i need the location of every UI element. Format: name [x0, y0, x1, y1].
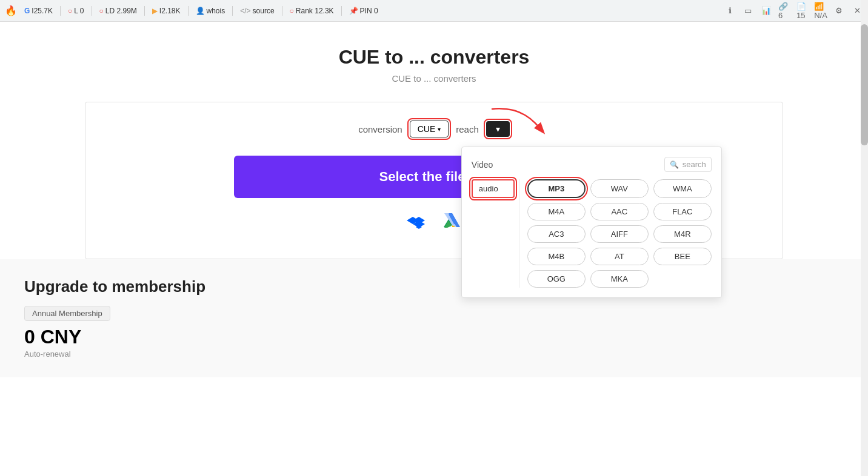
l-icon: ○	[68, 7, 72, 15]
format-ac3[interactable]: AC3	[527, 225, 586, 243]
format-wma[interactable]: WMA	[653, 179, 712, 198]
sep4	[188, 6, 189, 16]
stat-pin: 📌 PIN 0	[349, 7, 378, 15]
conversion-row: conversion CUE ▾ reach ▾	[110, 121, 758, 137]
sep5	[232, 6, 233, 16]
format-at[interactable]: AT	[590, 248, 649, 265]
format-m4r[interactable]: M4R	[653, 225, 712, 243]
gear-icon[interactable]: ⚙	[833, 5, 845, 17]
format-wav[interactable]: WAV	[590, 179, 649, 198]
price-value: 0 CNY	[24, 326, 81, 348]
format-aac[interactable]: AAC	[590, 203, 649, 220]
stat-source-value: source	[253, 7, 275, 15]
format-dropdown-panel: Video 🔍 search audio MP3	[461, 147, 722, 298]
upgrade-section: Upgrade to membership Annual Membership …	[0, 259, 868, 377]
stat-ld: ○ LD 2.99M	[99, 7, 137, 15]
format-mka[interactable]: MKA	[590, 270, 649, 288]
rank-icon: ○	[290, 7, 294, 15]
target-format-button[interactable]: ▾	[486, 121, 510, 137]
sep2	[92, 6, 92, 16]
category-sidebar: audio	[472, 179, 520, 288]
page-subtitle: CUE to ... converters	[0, 73, 868, 84]
conversion-label: conversion	[358, 124, 402, 134]
category-audio[interactable]: audio	[472, 179, 515, 198]
browser-logo: 🔥	[5, 5, 17, 16]
stat-pin-value: PIN 0	[360, 7, 378, 15]
stat-b-value: I2.18K	[159, 7, 181, 15]
tablet-icon[interactable]: ▭	[742, 5, 754, 17]
page-title: CUE to ... converters	[0, 46, 868, 68]
dropdown-body: audio MP3 WAV WMA M4A AAC FLAC AC3 AIFF	[472, 179, 712, 288]
stat-ld-value: LD 2.99M	[105, 7, 137, 15]
stat-l-value: L 0	[74, 7, 84, 15]
reach-label: reach	[456, 124, 479, 134]
membership-badge: Annual Membership	[24, 306, 110, 321]
format-ogg[interactable]: OGG	[527, 270, 586, 288]
info-icon[interactable]: ℹ	[724, 5, 736, 17]
format-m4b[interactable]: M4B	[527, 248, 586, 265]
formats-grid: MP3 WAV WMA M4A AAC FLAC AC3 AIFF M4R M4…	[520, 179, 712, 288]
stat-whois: 👤 whois	[196, 7, 225, 15]
g-icon: G	[24, 7, 30, 15]
stat-g: G I25.7K	[24, 7, 53, 15]
format-search-box[interactable]: 🔍 search	[664, 157, 712, 172]
person-icon: 👤	[196, 7, 205, 15]
ld-icon: ○	[99, 7, 104, 15]
format-bee[interactable]: BEE	[653, 248, 712, 265]
stat-rank-value: Rank 12.3K	[296, 7, 334, 15]
b-icon: ▶	[152, 7, 158, 15]
browser-toolbar: 🔥 G I25.7K ○ L 0 ○ LD 2.99M ▶ I2.18K 👤 w…	[0, 0, 868, 22]
format-mp3[interactable]: MP3	[527, 179, 586, 198]
format-m4a[interactable]: M4A	[527, 203, 586, 220]
stat-b: ▶ I2.18K	[152, 7, 181, 15]
sep3	[144, 6, 145, 16]
dropdown-header: Video 🔍 search	[472, 157, 712, 172]
format-aiff[interactable]: AIFF	[590, 225, 649, 243]
code-icon: </>	[240, 7, 250, 15]
stat-rank: ○ Rank 12.3K	[290, 7, 334, 15]
main-content: CUE to ... converters CUE to ... convert…	[0, 22, 868, 476]
stat-source: </> source	[240, 7, 274, 15]
target-format-container: ▾ Video 🔍	[486, 121, 510, 137]
stat-whois-value: whois	[207, 7, 225, 15]
sep7	[341, 6, 342, 16]
converter-card: conversion CUE ▾ reach ▾	[85, 102, 783, 259]
pages-icon[interactable]: 📄 15	[796, 5, 809, 17]
wifi-icon[interactable]: 📶 N/A	[815, 5, 827, 17]
from-format-label: CUE	[418, 124, 436, 134]
price-row: 0 CNY	[24, 326, 844, 348]
scrollbar[interactable]	[861, 0, 868, 476]
format-flac[interactable]: FLAC	[653, 203, 712, 220]
stat-l: ○ L 0	[68, 7, 84, 15]
dropbox-icon[interactable]	[404, 210, 428, 234]
cue-caret-icon: ▾	[438, 126, 441, 133]
video-category-label: Video	[472, 160, 493, 170]
sep1	[60, 6, 61, 16]
toolbar-right: ℹ ▭ 📊 🔗 6 📄 15 📶 N/A ⚙ ✕	[724, 5, 863, 17]
search-icon: 🔍	[670, 160, 679, 169]
links-icon[interactable]: 🔗 6	[778, 5, 790, 17]
target-format-caret: ▾	[496, 124, 500, 134]
search-placeholder: search	[683, 160, 706, 169]
chart-icon[interactable]: 📊	[760, 5, 772, 17]
sep6	[282, 6, 282, 16]
auto-renewal: Auto-renewal	[24, 349, 71, 359]
stat-g-value: I25.7K	[32, 7, 53, 15]
pin-icon: 📌	[349, 7, 358, 15]
from-format-button[interactable]: CUE ▾	[410, 121, 449, 137]
select-file-label: Select the file	[379, 169, 466, 185]
scrollbar-thumb[interactable]	[861, 24, 868, 145]
